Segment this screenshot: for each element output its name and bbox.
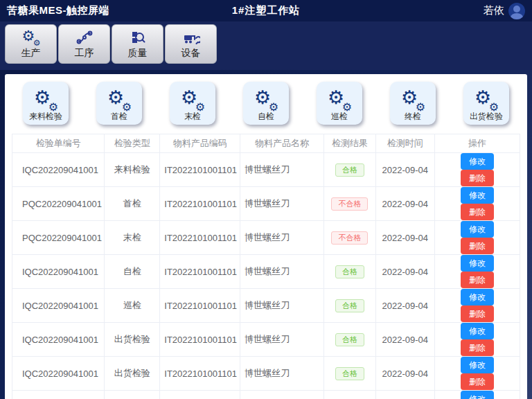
cell-inspection-type: 末检 xyxy=(105,221,160,255)
edit-button[interactable]: 修改 xyxy=(461,323,494,339)
edit-button[interactable]: 修改 xyxy=(461,255,494,272)
result-badge: 合格 xyxy=(335,299,364,312)
cell-result: 合格 xyxy=(324,153,376,187)
column-header-6: 操作 xyxy=(434,134,520,153)
delete-button[interactable]: 删除 xyxy=(461,305,494,322)
delete-button[interactable]: 删除 xyxy=(461,170,494,186)
cell-time: 2022-09-04 xyxy=(375,255,434,289)
cell-result: 合格 xyxy=(324,323,376,357)
gears-icon: ⚙⚙ xyxy=(22,28,40,46)
cell-actions: 修改删除 xyxy=(434,357,520,391)
quality-search-icon xyxy=(130,30,146,45)
cell-actions: 修改删除 xyxy=(434,323,520,357)
delete-button[interactable]: 删除 xyxy=(461,373,494,390)
tile-inspection-5[interactable]: ⚙⚙终检 xyxy=(390,82,436,125)
cell-time: 2022-09-04 xyxy=(375,221,434,255)
tab-quality-search[interactable]: 质量 xyxy=(112,24,163,64)
tile-inspection-4[interactable]: ⚙⚙巡检 xyxy=(317,82,362,125)
column-header-2: 物料产品编码 xyxy=(160,134,240,153)
tile-inspection-2[interactable]: ⚙⚙末检 xyxy=(170,82,215,125)
tab-equipment[interactable]: 设备 xyxy=(165,24,217,64)
delete-button[interactable]: 删除 xyxy=(461,339,494,356)
cell-material-name: 博世螺丝刀 xyxy=(240,255,324,289)
cell-order-no: IQC202209041001 xyxy=(12,153,105,187)
cell-inspection-type: 出货检验 xyxy=(105,323,160,357)
cell-order-no: IQC202209041001 xyxy=(12,357,105,391)
cell-time: 2022-09-04 xyxy=(375,187,434,221)
tile-inspection-6[interactable]: ⚙⚙出货检验 xyxy=(463,82,509,125)
table-row: IQC202209041001来料检验IT2022101001101博世螺丝刀合… xyxy=(12,153,520,187)
cell-material-name: 博世螺丝刀 xyxy=(240,187,324,221)
cell-material-code: IT2022101001101 xyxy=(160,187,240,221)
gears-icon: ⚙⚙ xyxy=(475,87,498,111)
username: 若依 xyxy=(484,4,504,17)
cell-order-no: IQC202209041001 xyxy=(12,255,105,289)
table-header-row: 检验单编号检验类型物料产品编码物料产品名称检测结果检测时间操作 xyxy=(12,134,520,153)
cell-actions: 修改删除 xyxy=(434,221,520,255)
table-row: IQC202209041001出货检验IT2022101001101博世螺丝刀合… xyxy=(12,323,520,357)
cell-actions: 修改删除 xyxy=(434,187,520,221)
cell-actions: 修改删除 xyxy=(434,255,520,289)
column-header-1: 检验类型 xyxy=(105,134,160,153)
user-menu[interactable]: 若依 xyxy=(484,3,525,19)
cell-result: 合格 xyxy=(324,391,376,399)
cell-inspection-type: 自检 xyxy=(105,255,160,289)
avatar[interactable] xyxy=(508,3,525,19)
edit-button[interactable]: 修改 xyxy=(461,391,494,399)
gears-icon: ⚙⚙ xyxy=(328,87,351,111)
cell-result: 不合格 xyxy=(324,221,376,255)
tab-label: 设备 xyxy=(181,47,201,60)
delete-button[interactable]: 删除 xyxy=(461,204,494,220)
tile-inspection-0[interactable]: ⚙⚙来料检验 xyxy=(23,82,69,125)
table-row: PQC202209041001首检IT2022101001101博世螺丝刀不合格… xyxy=(12,187,520,221)
table-row: IQC202209041001出货检验IT2022101001101博世螺丝刀合… xyxy=(12,391,520,399)
avatar-head-icon xyxy=(513,6,520,12)
result-badge: 合格 xyxy=(335,367,364,380)
edit-button[interactable]: 修改 xyxy=(461,187,494,204)
table-row: IQC202209041001出货检验IT2022101001101博世螺丝刀合… xyxy=(12,357,520,391)
equipment-icon xyxy=(182,30,200,45)
cell-order-no: PQC202209041001 xyxy=(12,187,105,221)
result-badge: 合格 xyxy=(335,265,364,278)
cell-material-code: IT2022101001101 xyxy=(160,255,240,289)
quality-panel: ⚙⚙来料检验⚙⚙首检⚙⚙末检⚙⚙自检⚙⚙巡检⚙⚙终检⚙⚙出货检验 检验单编号检验… xyxy=(5,74,527,399)
gears-icon: ⚙⚙ xyxy=(107,87,131,111)
table-row: IQC202209041001巡检IT2022101001101博世螺丝刀合格2… xyxy=(12,289,520,323)
delete-button[interactable]: 删除 xyxy=(461,238,494,254)
cell-time: 2022-09-04 xyxy=(375,289,434,323)
edit-button[interactable]: 修改 xyxy=(461,153,494,170)
inspection-tile-row: ⚙⚙来料检验⚙⚙首检⚙⚙末检⚙⚙自检⚙⚙巡检⚙⚙终检⚙⚙出货检验 xyxy=(5,78,527,125)
cell-actions: 修改删除 xyxy=(434,153,520,187)
tab-label: 工序 xyxy=(75,47,94,60)
cell-order-no: IQC202209041001 xyxy=(12,391,105,399)
cell-material-name: 博世螺丝刀 xyxy=(240,289,324,323)
cell-material-code: IT2022101001101 xyxy=(160,221,240,255)
table-row: IQC202209041001自检IT2022101001101博世螺丝刀合格2… xyxy=(12,255,520,289)
column-header-5: 检测时间 xyxy=(375,134,434,153)
avatar-body-icon xyxy=(511,13,523,19)
cell-inspection-type: 首检 xyxy=(105,187,160,221)
cell-inspection-type: 出货检验 xyxy=(105,357,160,391)
tab-label: 生产 xyxy=(21,47,41,60)
tile-inspection-1[interactable]: ⚙⚙首检 xyxy=(96,82,142,125)
cell-result: 合格 xyxy=(324,289,376,323)
edit-button[interactable]: 修改 xyxy=(461,221,494,238)
tab-gears[interactable]: ⚙⚙生产 xyxy=(5,24,57,64)
edit-button[interactable]: 修改 xyxy=(461,289,494,305)
delete-button[interactable]: 删除 xyxy=(461,272,494,288)
tile-inspection-3[interactable]: ⚙⚙自检 xyxy=(243,82,289,125)
cell-actions: 修改删除 xyxy=(434,391,520,399)
cell-inspection-type: 出货检验 xyxy=(105,391,160,399)
cell-result: 合格 xyxy=(324,357,376,391)
cell-order-no: IQC202209041001 xyxy=(12,323,105,357)
cell-result: 不合格 xyxy=(324,187,376,221)
gears-icon: ⚙⚙ xyxy=(34,87,57,111)
tab-process-route[interactable]: 工序 xyxy=(58,24,110,64)
gears-icon: ⚙⚙ xyxy=(401,87,425,111)
cell-time: 2022-09-04 xyxy=(375,323,434,357)
cell-order-no: IQC202209041001 xyxy=(12,289,105,323)
cell-material-code: IT2022101001101 xyxy=(160,357,240,391)
edit-button[interactable]: 修改 xyxy=(461,357,494,373)
result-badge: 不合格 xyxy=(331,197,368,211)
result-badge: 合格 xyxy=(335,163,364,177)
